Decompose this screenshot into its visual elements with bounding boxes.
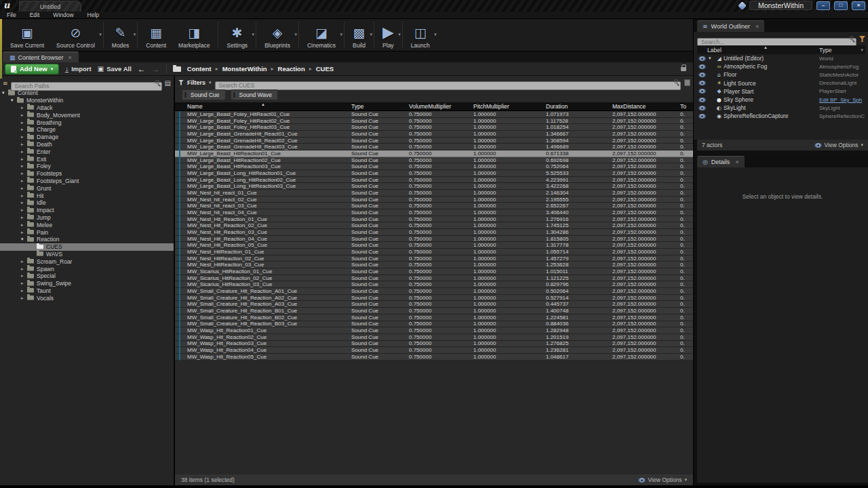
toolbar-button[interactable]: Play ▾: [376, 19, 400, 51]
chevron-down-icon[interactable]: ▾: [340, 32, 342, 37]
tree-expand-arrow-icon[interactable]: [21, 296, 27, 301]
breadcrumb-item[interactable]: Reaction: [278, 65, 305, 73]
asset-row[interactable]: MW_Large_Beast_GrenadeHit_React02_Cue So…: [175, 138, 693, 144]
collapse-sources-icon[interactable]: ≡: [3, 80, 8, 87]
asset-row[interactable]: MW_Nest_hit_react_04_Cue Sound Cue 0.750…: [175, 209, 693, 216]
tree-expand-arrow-icon[interactable]: [21, 237, 27, 242]
asset-row[interactable]: MW_Nest_Hit_Reaction_01_Cue Sound Cue 0.…: [175, 216, 693, 223]
asset-row[interactable]: MW_Wasp_Hit_Reaction05_Cue Sound Cue 0.7…: [175, 354, 693, 361]
asset-row[interactable]: MW_Wasp_Hit_Reaction04_Cue Sound Cue 0.7…: [175, 347, 693, 354]
visibility-eye-icon[interactable]: [698, 64, 706, 69]
asset-row[interactable]: MW_Small_Creature_Hit_Reaction_B01_Cue S…: [175, 308, 693, 314]
asset-row[interactable]: MW_Small_Creature_Hit_Reaction_B03_Cue S…: [175, 321, 693, 328]
toolbar-button[interactable]: Content ▾: [140, 19, 172, 51]
tree-folder-row[interactable]: Charge: [0, 126, 174, 134]
tree-folder-row[interactable]: Footsteps: [0, 170, 174, 178]
save-search-icon[interactable]: [684, 79, 690, 86]
toolbar-button[interactable]: Launch ▾: [405, 19, 436, 51]
tree-expand-arrow-icon[interactable]: [21, 273, 27, 279]
asset-row[interactable]: MW_Small_Creature_Hit_Reaction_A02_Cue S…: [175, 295, 693, 302]
tree-expand-arrow-icon[interactable]: [21, 259, 27, 264]
menu-item[interactable]: Edit: [23, 12, 47, 18]
asset-row[interactable]: MW_Large_Beast_HitReaction02_Cue Sound C…: [175, 157, 693, 164]
asset-row[interactable]: MW_Large_Beast_Foley_HitReact03_Cue Soun…: [175, 124, 693, 131]
asset-row[interactable]: MW_Wasp_Hit_Reaction02_Cue Sound Cue 0.7…: [175, 334, 693, 341]
column-header-name[interactable]: Name: [186, 103, 351, 110]
tree-folder-row[interactable]: Pain: [0, 228, 174, 236]
toolbar-button[interactable]: Settings ▾: [220, 19, 254, 51]
asset-row[interactable]: MW_Nest_hit_react_02_Cue Sound Cue 0.750…: [175, 197, 693, 203]
tree-folder-row[interactable]: Special: [0, 272, 174, 280]
tree-expand-arrow-icon[interactable]: [21, 200, 27, 205]
breadcrumb-item[interactable]: CUES: [316, 65, 334, 73]
tree-folder-row[interactable]: Attack: [0, 104, 174, 112]
tree-folder-row[interactable]: Death: [0, 141, 174, 148]
actor-row[interactable]: SkyLight SkyLight: [697, 104, 865, 112]
menu-item[interactable]: Window: [46, 12, 80, 18]
tree-expand-arrow-icon[interactable]: [21, 193, 27, 199]
close-button[interactable]: ×: [852, 1, 865, 10]
toolbar-button[interactable]: Save Current ▾: [4, 19, 50, 51]
asset-row[interactable]: MW_Large_Beast_HitReaction03_Cue Sound C…: [175, 163, 693, 170]
tree-expand-arrow-icon[interactable]: [21, 266, 27, 272]
asset-row[interactable]: MW_Large_Beast_Long_HitReaction01_Cue So…: [175, 170, 693, 177]
tree-folder-row[interactable]: Taunt: [0, 287, 174, 295]
asset-row[interactable]: MW_Small_Creature_Hit_Reaction_B02_Cue S…: [175, 314, 693, 321]
tree-folder-row[interactable]: Damage: [0, 134, 174, 141]
tree-expand-arrow-icon[interactable]: [21, 105, 27, 110]
forward-button[interactable]: →: [152, 64, 160, 74]
tree-expand-arrow-icon[interactable]: [21, 288, 27, 293]
visibility-eye-icon[interactable]: [698, 98, 706, 102]
column-header-type[interactable]: Type: [819, 47, 865, 54]
filter-chip[interactable]: Sound Wave: [231, 89, 278, 100]
tree-expand-arrow-icon[interactable]: [21, 281, 27, 286]
toolbar-button[interactable]: Blueprints ▾: [258, 19, 296, 51]
save-all-button[interactable]: ▣ Save All: [98, 65, 132, 73]
tree-expand-arrow-icon[interactable]: [21, 230, 27, 235]
tree-expand-arrow-icon[interactable]: [21, 113, 27, 118]
asset-row[interactable]: MW_Sicarius_HitReaction_01_Cue Sound Cue…: [175, 268, 693, 275]
back-button[interactable]: ←: [138, 64, 146, 74]
actor-row[interactable]: Light Source DirectionalLight: [697, 79, 865, 87]
visibility-eye-icon[interactable]: [698, 73, 706, 77]
close-icon[interactable]: ×: [735, 159, 738, 165]
tree-folder-row[interactable]: Scream_Roar: [0, 258, 174, 265]
tree-expand-arrow-icon[interactable]: [21, 207, 27, 213]
toolbar-button[interactable]: Modes ▾: [106, 19, 136, 51]
asset-row[interactable]: MW_Large_Beast_GrenadeHit_React03_Cue So…: [175, 144, 693, 150]
tree-folder-row[interactable]: MonsterWithin: [0, 97, 174, 104]
add-new-button[interactable]: Add New ▾: [5, 64, 59, 75]
tree-folder-row[interactable]: Jump: [0, 214, 174, 222]
filter-funnel-icon[interactable]: [178, 80, 184, 85]
column-header-type[interactable]: Type: [351, 103, 409, 110]
column-header-label[interactable]: Label: [697, 47, 819, 54]
breadcrumb-item[interactable]: MonsterWithin: [222, 65, 267, 73]
asset-row[interactable]: MW_Nest_HitReaction_01_Cue Sound Cue 0.7…: [175, 249, 693, 256]
visibility-eye-icon[interactable]: [698, 89, 706, 94]
view-options-button[interactable]: View Options ▾: [638, 476, 687, 483]
actor-row[interactable]: Sky Sphere Edit BP_Sky_Sph: [697, 96, 865, 104]
tree-folder-row[interactable]: Footsteps_Giant: [0, 178, 174, 185]
tree-expand-arrow-icon[interactable]: [709, 56, 715, 61]
asset-row[interactable]: MW_Nest_HitReaction_02_Cue Sound Cue 0.7…: [175, 256, 693, 262]
tree-expand-arrow-icon[interactable]: [21, 163, 27, 169]
actor-row[interactable]: Floor StaticMeshActor: [697, 70, 865, 79]
asset-row[interactable]: MW_Wasp_Hit_Reaction01_Cue Sound Cue 0.7…: [175, 327, 693, 334]
asset-row[interactable]: MW_Nest_hit_react_01_Cue Sound Cue 0.750…: [175, 190, 693, 197]
chevron-down-icon[interactable]: ▾: [134, 32, 136, 37]
asset-row[interactable]: MW_Sicarius_HitReaction_02_Cue Sound Cue…: [175, 275, 693, 282]
column-header-maxdistance[interactable]: MaxDistance: [612, 103, 680, 110]
tree-folder-row[interactable]: Enter: [0, 148, 174, 155]
tree-folder-row[interactable]: Content: [0, 89, 174, 97]
tree-folder-row[interactable]: Hit: [0, 192, 174, 199]
visibility-eye-icon[interactable]: [698, 114, 706, 119]
chevron-down-icon[interactable]: ▾: [861, 47, 863, 53]
chevron-down-icon[interactable]: ▾: [99, 32, 102, 37]
column-header-pitch[interactable]: PitchMultiplier: [473, 103, 546, 110]
asset-row[interactable]: MW_Small_Creature_Hit_Reaction_A03_Cue S…: [175, 301, 693, 308]
asset-row[interactable]: MW_Nest_Hit_Reaction_05_Cue Sound Cue 0.…: [175, 242, 693, 249]
level-tab[interactable]: Untitled: [19, 1, 81, 12]
view-options-button[interactable]: View Options ▾: [814, 142, 863, 148]
actor-row[interactable]: SphereReflectionCapture SphereReflection…: [697, 112, 865, 120]
visibility-eye-icon[interactable]: [698, 56, 706, 61]
